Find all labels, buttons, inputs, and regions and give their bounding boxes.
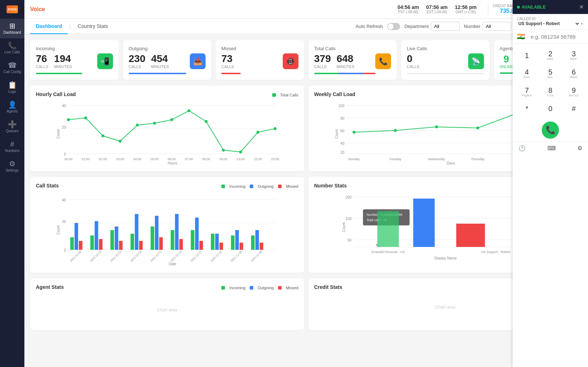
dialpad-grid: 1 2 ABC 3 DEF 4 GHI 5 JKL 6 MNO 7 PQRS 8 — [513, 44, 588, 119]
bar-group-1 — [70, 223, 83, 250]
total-minutes-num: 648 — [337, 54, 354, 64]
svg-rect-74 — [131, 234, 134, 250]
app-title: Voice — [30, 6, 45, 13]
call-config-icon: ☎ — [8, 62, 17, 69]
dial-key-7[interactable]: 7 PQRS — [516, 83, 538, 101]
svg-rect-120 — [456, 224, 485, 247]
svg-rect-92 — [251, 235, 255, 250]
svg-text:09:00: 09:00 — [219, 157, 227, 161]
svg-text:40: 40 — [62, 198, 66, 202]
toggle-knob — [388, 24, 394, 29]
agent-stats-title: Agent Stats — [36, 284, 64, 290]
history-icon[interactable]: 🕐 — [518, 145, 526, 152]
call-stats-header: Call Stats Incoming Outgoing Missed — [36, 183, 298, 191]
svg-text:0: 0 — [64, 248, 66, 252]
sidebar-item-numbers[interactable]: # Numbers — [0, 137, 24, 157]
dial-input[interactable] — [531, 34, 588, 40]
clock-pst: 04:56 am PST (-08:00) — [398, 4, 419, 14]
sidebar-item-settings[interactable]: ⚙ Settings — [0, 157, 24, 176]
dial-key-8[interactable]: 8 TUV — [539, 83, 561, 101]
cs-missed-label: Missed — [286, 184, 298, 189]
svg-text:22:00: 22:00 — [254, 157, 262, 161]
dialpad-actions: 📞 — [513, 119, 588, 142]
as-incoming-label: Incoming — [229, 286, 245, 290]
svg-rect-91 — [240, 243, 243, 250]
sidebar-item-call-config[interactable]: ☎ Call Config — [0, 58, 24, 78]
dial-key-2[interactable]: 2 ABC — [539, 47, 561, 64]
dial-key-num: 3 — [572, 50, 576, 57]
clock-gmt-time: 12:56 pm — [455, 4, 477, 10]
clock-gmt: 12:56 pm GMT (+1:00) — [455, 4, 477, 14]
dial-key-0[interactable]: 0 — [539, 101, 561, 116]
sidebar-item-live-calls[interactable]: 📞 Live Calls — [0, 38, 24, 58]
caller-id-select-row: US Support - Robert ▼ — [517, 21, 584, 27]
svg-text:Emerald Personal - US: Emerald Personal - US — [371, 250, 404, 254]
dial-key-alpha: GHI — [524, 76, 530, 79]
svg-text:60: 60 — [340, 129, 344, 133]
svg-text:07:00: 07:00 — [185, 157, 193, 161]
dialpad-overlay: AVAILABLE ✕ CALLER ID: US Support - Robe… — [513, 0, 588, 367]
svg-text:2021-10-09: 2021-10-09 — [69, 250, 82, 263]
hourly-chart-header: Hourly Call Load Total Calls — [36, 91, 298, 100]
call-stats-card: Call Stats Incoming Outgoing Missed 40 2… — [30, 177, 304, 273]
dial-key-3[interactable]: 3 DEF — [563, 47, 585, 64]
svg-text:Hours: Hours — [168, 161, 177, 165]
tab-dashboard[interactable]: Dashboard — [30, 19, 68, 34]
bar-group-6 — [171, 214, 183, 250]
outgoing-icon: 📤 — [190, 53, 206, 69]
svg-text:Count: Count — [334, 129, 338, 139]
caller-id-select[interactable]: US Support - Robert — [517, 21, 580, 27]
dial-key-5[interactable]: 5 JKL — [539, 65, 561, 82]
total-main: 379 CALLS 648 MINUTES 📞 — [314, 53, 391, 69]
svg-text:04:00: 04:00 — [133, 157, 141, 161]
sidebar-item-dashboard[interactable]: ⊞ Dashboard — [0, 19, 24, 38]
dial-key-6[interactable]: 6 MNO — [563, 65, 585, 82]
live-bar — [407, 73, 484, 74]
tab-country-stats[interactable]: Country Stats — [72, 19, 114, 34]
sidebar-item-queues[interactable]: ➕ Queues — [0, 117, 24, 137]
bar-group-9 — [231, 230, 243, 250]
agent-stats-legend: Incoming Outgoing Missed — [221, 286, 298, 290]
dial-key-num: 6 — [572, 68, 576, 76]
call-stats-svg: 40 20 0 Count — [36, 194, 298, 266]
total-vals: 379 CALLS 648 MINUTES — [314, 54, 354, 69]
dial-key-hash[interactable]: # — [563, 101, 585, 116]
number-select[interactable]: All — [483, 22, 511, 31]
keypad-icon[interactable]: ⌨ — [547, 145, 556, 152]
incoming-label: Incoming — [36, 46, 113, 51]
sidebar: ZOHO ⊞ Dashboard 📞 Live Calls ☎ Call Con… — [0, 0, 24, 367]
missed-main: 73 CALLS 📵 — [221, 53, 298, 69]
svg-point-7 — [67, 118, 70, 121]
hourly-chart-title: Hourly Call Load — [36, 91, 76, 97]
cs-incoming-dot — [221, 185, 225, 188]
svg-text:↖: ↖ — [375, 243, 379, 248]
bar-group-10 — [251, 230, 263, 250]
dial-key-num: 9 — [572, 87, 576, 94]
auto-refresh-toggle[interactable] — [387, 23, 400, 30]
svg-rect-70 — [99, 239, 103, 250]
dial-key-4[interactable]: 4 GHI — [516, 65, 538, 82]
dial-key-9[interactable]: 9 WXYZ — [563, 83, 585, 101]
department-select[interactable]: All — [431, 22, 460, 31]
svg-rect-84 — [195, 218, 199, 250]
settings-icon[interactable]: ⚙ — [577, 145, 582, 152]
incoming-main: 76 CALLS 194 MINUTES 📲 — [36, 53, 113, 69]
svg-rect-89 — [231, 235, 235, 250]
svg-rect-87 — [215, 234, 219, 250]
dialpad-close-button[interactable]: ✕ — [579, 4, 584, 10]
sidebar-item-logs[interactable]: 📋 Logs — [0, 78, 24, 97]
call-button[interactable]: 📞 — [542, 121, 559, 139]
svg-rect-68 — [90, 235, 94, 250]
stat-card-missed: Missed 73 CALLS 📵 — [216, 40, 304, 80]
dial-key-star[interactable]: * — [516, 101, 538, 116]
svg-text:2021-10-21: 2021-10-21 — [150, 250, 163, 263]
sidebar-item-agents[interactable]: 👤 Agents — [0, 97, 24, 117]
svg-text:Wednesday: Wednesday — [428, 157, 445, 161]
dial-key-alpha: JKL — [547, 76, 554, 79]
svg-rect-93 — [255, 230, 259, 250]
svg-rect-72 — [115, 227, 118, 250]
agent-stats-header: Agent Stats Incoming Outgoing Missed — [36, 284, 298, 293]
svg-point-47 — [435, 125, 438, 128]
dial-key-1[interactable]: 1 — [516, 47, 538, 64]
svg-text:40: 40 — [62, 104, 66, 108]
